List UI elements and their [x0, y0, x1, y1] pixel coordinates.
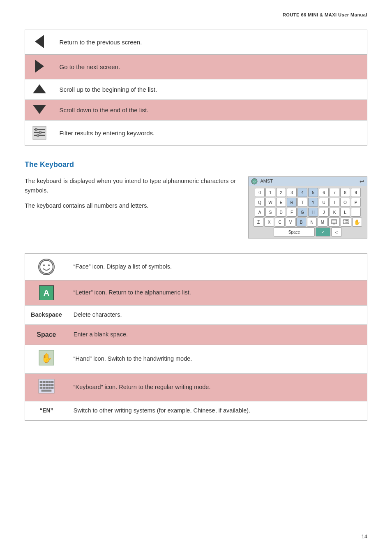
svg-rect-36 — [46, 384, 48, 386]
key-hand[interactable]: ✋ — [352, 218, 362, 227]
svg-rect-19 — [345, 222, 346, 222]
svg-rect-6 — [37, 134, 39, 137]
nav-desc-back: Return to the previous screen. — [54, 30, 367, 55]
svg-rect-41 — [46, 387, 48, 389]
icon-cell-space: Space — [25, 324, 68, 345]
keyboard-row-numbers: 0 1 2 3 4 5 6 7 8 9 — [250, 188, 365, 197]
nav-icon-back — [25, 30, 54, 55]
svg-rect-40 — [43, 387, 45, 389]
svg-rect-16 — [346, 220, 347, 221]
icon-desc-en: Switch to other writing systems (for exa… — [68, 401, 367, 421]
key-f[interactable]: F — [287, 208, 297, 217]
key-v[interactable]: V — [286, 218, 295, 227]
svg-rect-39 — [40, 387, 42, 389]
keyboard-section: The Keyboard The keyboard is displayed w… — [25, 160, 367, 239]
icon-desc-backspace: Delete characters. — [68, 306, 367, 325]
nav-icon-up — [25, 79, 54, 100]
icon-row-letter: A “Letter” icon. Return to the alphanume… — [25, 280, 367, 306]
space-key[interactable]: Space — [274, 227, 315, 236]
key-5[interactable]: 5 — [308, 188, 318, 197]
key-g[interactable]: G — [297, 208, 307, 217]
key-en[interactable]: EN — [328, 218, 340, 227]
right-arrow-icon — [35, 60, 44, 73]
key-9[interactable]: 9 — [351, 188, 361, 197]
svg-rect-35 — [43, 384, 45, 386]
svg-rect-30 — [43, 381, 45, 383]
svg-rect-33 — [51, 381, 53, 383]
nav-icon-down — [25, 100, 54, 120]
key-6[interactable]: 6 — [319, 188, 329, 197]
key-l[interactable]: L — [340, 208, 350, 217]
key-4[interactable]: 4 — [297, 188, 307, 197]
key-n[interactable]: N — [307, 218, 317, 227]
icon-cell-backspace: Backspace — [25, 306, 68, 325]
key-keyboard-icon[interactable] — [341, 218, 351, 227]
svg-text:EN: EN — [333, 223, 335, 225]
svg-rect-14 — [344, 220, 344, 221]
key-2[interactable]: 2 — [276, 188, 286, 197]
svg-rect-4 — [35, 128, 37, 131]
nav-desc-next: Go to the next screen. — [54, 55, 367, 79]
svg-rect-5 — [39, 131, 41, 134]
key-p[interactable]: P — [351, 198, 361, 207]
key-1[interactable]: 1 — [265, 188, 275, 197]
nav-desc-up: Scroll up to the beginning of the list. — [54, 79, 367, 100]
back-key[interactable]: ◁ — [331, 227, 342, 236]
key-t[interactable]: T — [297, 198, 307, 207]
key-z[interactable]: Z — [254, 218, 263, 227]
nav-row-next: Go to the next screen. — [25, 55, 367, 79]
key-8[interactable]: 8 — [340, 188, 350, 197]
svg-rect-15 — [345, 220, 346, 221]
nav-table: Return to the previous screen. Go to the… — [25, 30, 367, 146]
icon-desc-keyboard: “Keyboard” icon. Return to the regular w… — [68, 373, 367, 401]
nav-desc-down: Scroll down to the end of the list. — [54, 100, 367, 120]
key-r[interactable]: R — [287, 198, 297, 207]
key-7[interactable]: 7 — [330, 188, 339, 197]
key-q[interactable]: Q — [255, 198, 265, 207]
svg-rect-17 — [347, 220, 348, 221]
key-b[interactable]: B — [296, 218, 306, 227]
svg-rect-29 — [40, 381, 42, 383]
key-d[interactable]: D — [276, 208, 286, 217]
key-m[interactable]: M — [318, 218, 327, 227]
svg-rect-32 — [48, 381, 51, 383]
key-a[interactable]: A — [255, 208, 265, 217]
key-k[interactable]: K — [330, 208, 339, 217]
space-label: Space — [37, 331, 56, 338]
keyboard-back-arrow[interactable]: ↩ — [360, 178, 364, 185]
key-e[interactable]: E — [276, 198, 286, 207]
nav-row-back: Return to the previous screen. — [25, 30, 367, 55]
keyboard-layout: The keyboard is displayed when you inten… — [25, 176, 367, 239]
keyboard-keys: 0 1 2 3 4 5 6 7 8 9 Q W E R T — [249, 186, 367, 238]
key-w[interactable]: W — [265, 198, 275, 207]
page-number: 14 — [362, 533, 367, 540]
nav-row-down: Scroll down to the end of the list. — [25, 100, 367, 120]
icon-cell-keyboard — [25, 373, 68, 401]
key-o[interactable]: O — [340, 198, 350, 207]
key-3[interactable]: 3 — [287, 188, 297, 197]
key-j[interactable]: J — [319, 208, 329, 217]
key-0[interactable]: 0 — [255, 188, 265, 197]
key-i[interactable]: I — [330, 198, 339, 207]
keyboard-row-qwerty: Q W E R T Y U I O P — [250, 198, 365, 207]
svg-rect-38 — [51, 384, 53, 386]
key-h[interactable]: H — [308, 208, 318, 217]
check-key[interactable]: ✓ — [316, 227, 330, 236]
icon-cell-en: “EN” — [25, 401, 68, 421]
en-label: “EN” — [39, 407, 53, 414]
key-c[interactable]: C — [275, 218, 285, 227]
svg-rect-20 — [346, 222, 347, 222]
nav-desc-filter: Filter results by entering keywords. — [54, 120, 367, 146]
letter-a-icon: A — [39, 285, 54, 300]
icon-desc-hand: “Hand” icon. Switch to the handwriting m… — [68, 345, 367, 373]
key-blank1 — [351, 208, 361, 217]
svg-rect-42 — [48, 387, 51, 389]
key-u[interactable]: U — [319, 198, 329, 207]
icon-desc-space: Enter a blank space. — [68, 324, 367, 345]
key-y[interactable]: Y — [308, 198, 318, 207]
svg-text:☆: ☆ — [253, 180, 256, 184]
key-x[interactable]: X — [264, 218, 274, 227]
key-s[interactable]: S — [265, 208, 275, 217]
svg-rect-34 — [40, 384, 42, 386]
icon-row-en: “EN” Switch to other writing systems (fo… — [25, 401, 367, 421]
